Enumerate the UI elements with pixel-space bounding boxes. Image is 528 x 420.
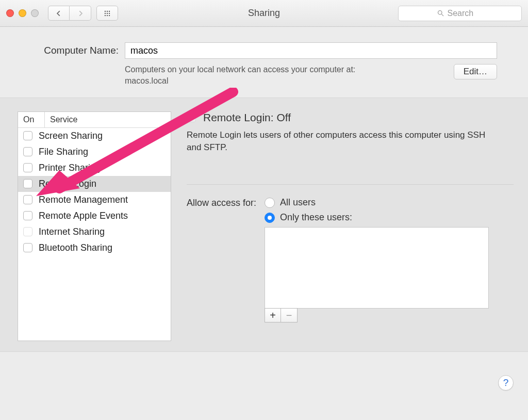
user-add-remove: + −	[265, 308, 489, 322]
service-checkbox[interactable]	[23, 147, 32, 156]
service-row-remote-login[interactable]: Remote Login	[18, 176, 171, 192]
zoom-window-button[interactable]	[31, 9, 39, 17]
service-checkbox[interactable]	[23, 211, 32, 220]
svg-point-9	[438, 11, 442, 15]
nav-segment	[48, 6, 91, 21]
service-row-remote-management[interactable]: Remote Management	[18, 192, 171, 208]
service-row-bluetooth-sharing[interactable]: Bluetooth Sharing	[18, 240, 171, 256]
radio-all-users[interactable]	[265, 198, 275, 208]
chevron-right-icon	[77, 10, 84, 17]
svg-point-1	[107, 10, 108, 11]
remote-login-master-checkbox[interactable]	[187, 113, 196, 122]
main-content: On Service Screen SharingFile SharingPri…	[0, 98, 528, 351]
back-button[interactable]	[48, 6, 70, 21]
svg-point-7	[107, 14, 108, 15]
service-list-header: On Service	[18, 112, 171, 128]
svg-point-4	[107, 12, 108, 13]
toolbar-search[interactable]	[398, 6, 522, 21]
svg-point-8	[109, 14, 110, 15]
svg-point-3	[105, 12, 106, 13]
svg-point-2	[109, 10, 110, 11]
help-button[interactable]: ?	[498, 375, 514, 391]
toolbar: Sharing	[0, 0, 528, 27]
computer-name-section: Computer Name: Computers on your local n…	[0, 27, 528, 98]
service-row-file-sharing[interactable]: File Sharing	[18, 144, 171, 160]
computer-name-input[interactable]	[125, 42, 497, 59]
forward-button[interactable]	[70, 6, 91, 21]
service-label: Bluetooth Sharing	[39, 243, 112, 253]
add-user-button[interactable]: +	[265, 308, 281, 322]
service-label: Remote Apple Events	[39, 211, 128, 221]
computer-name-help: Computers on your local network can acce…	[125, 64, 448, 87]
chevron-left-icon	[55, 10, 62, 17]
column-on[interactable]: On	[18, 112, 45, 127]
service-label: Printer Sharing	[39, 163, 101, 173]
service-label: Remote Login	[39, 179, 96, 189]
service-row-printer-sharing[interactable]: Printer Sharing	[18, 160, 171, 176]
computer-name-label: Computer Name:	[31, 45, 119, 56]
column-service[interactable]: Service	[45, 112, 171, 127]
service-checkbox[interactable]	[23, 195, 32, 204]
minimize-window-button[interactable]	[19, 9, 26, 17]
close-window-button[interactable]	[6, 9, 14, 17]
allowed-users-list[interactable]	[265, 227, 489, 309]
edit-hostname-button[interactable]: Edit…	[454, 64, 497, 79]
service-checkbox[interactable]	[23, 243, 32, 252]
bottom-bar: ?	[0, 351, 528, 408]
svg-point-5	[109, 12, 110, 13]
grid-icon	[104, 10, 111, 17]
allow-access-label: Allow access for:	[187, 197, 256, 322]
service-row-internet-sharing[interactable]: Internet Sharing	[18, 224, 171, 240]
service-checkbox[interactable]	[23, 131, 32, 140]
remote-login-status: Remote Login: Off	[203, 111, 291, 124]
service-list: On Service Screen SharingFile SharingPri…	[18, 111, 171, 341]
svg-point-0	[105, 10, 106, 11]
window-controls	[6, 9, 39, 17]
service-checkbox[interactable]	[23, 179, 32, 188]
service-checkbox[interactable]	[23, 163, 32, 172]
svg-point-6	[105, 14, 106, 15]
radio-all-users-label: All users	[280, 197, 316, 208]
search-icon	[437, 9, 444, 17]
divider	[187, 184, 514, 185]
service-label: Internet Sharing	[39, 227, 105, 237]
help-icon: ?	[503, 377, 509, 389]
radio-only-users[interactable]	[265, 213, 275, 223]
service-detail: Remote Login: Off Remote Login lets user…	[187, 111, 514, 341]
remote-login-description: Remote Login lets users of other compute…	[187, 129, 501, 154]
radio-only-users-label: Only these users:	[280, 212, 352, 223]
service-checkbox[interactable]	[23, 227, 32, 236]
service-label: Screen Sharing	[39, 131, 103, 141]
service-label: File Sharing	[39, 147, 88, 157]
svg-line-10	[441, 14, 443, 16]
service-row-screen-sharing[interactable]: Screen Sharing	[18, 128, 171, 144]
service-label: Remote Management	[39, 195, 128, 205]
service-row-remote-apple-events[interactable]: Remote Apple Events	[18, 208, 171, 224]
remove-user-button[interactable]: −	[281, 308, 298, 322]
show-all-button[interactable]	[96, 6, 118, 21]
search-input[interactable]	[448, 9, 484, 18]
